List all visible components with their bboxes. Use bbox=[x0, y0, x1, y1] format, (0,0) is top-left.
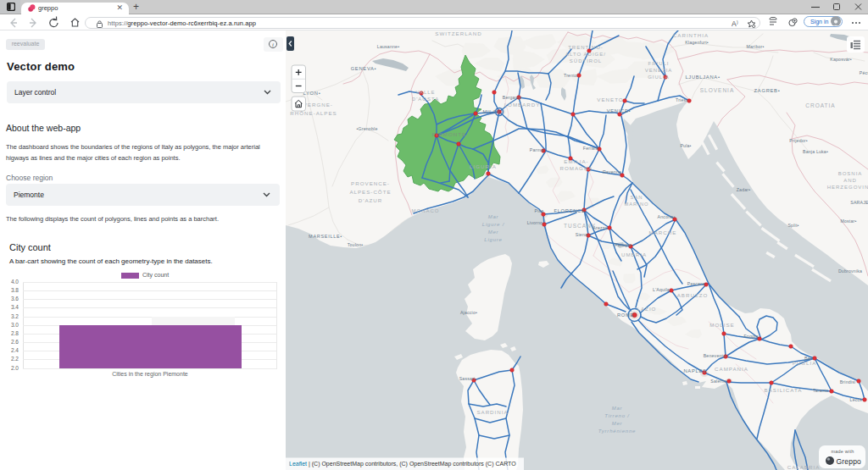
svg-text:Bari: Bari bbox=[804, 356, 813, 361]
svg-text:ALPES-CÔTE: ALPES-CÔTE bbox=[349, 189, 391, 195]
svg-text:VALLE: VALLE bbox=[415, 90, 435, 95]
svg-text:Ligure: Ligure bbox=[484, 237, 502, 242]
svg-text:Tirreno /: Tirreno / bbox=[604, 413, 630, 418]
svg-text:FRIULI: FRIULI bbox=[648, 61, 669, 66]
svg-text:Pescara: Pescara bbox=[687, 281, 704, 286]
svg-text:Mar: Mar bbox=[612, 406, 623, 411]
svg-text:CAMPANIA: CAMPANIA bbox=[715, 366, 748, 372]
svg-text:Maribor•: Maribor• bbox=[747, 44, 765, 49]
svg-text:ABRUZZO: ABRUZZO bbox=[677, 292, 709, 298]
svg-text:Parma: Parma bbox=[530, 147, 543, 152]
svg-text:Toulon•: Toulon• bbox=[348, 242, 364, 247]
svg-text:SÜDTIROL: SÜDTIROL bbox=[570, 58, 602, 64]
svg-text:Ligure /: Ligure / bbox=[482, 222, 505, 227]
svg-text:ALTO ADIGE/: ALTO ADIGE/ bbox=[565, 52, 606, 57]
svg-text:MARSEILLE•: MARSEILLE• bbox=[309, 234, 342, 239]
svg-text:Benevento: Benevento bbox=[704, 353, 726, 358]
svg-text:SARAJE: SARAJE bbox=[850, 200, 868, 205]
svg-text:Greppo: Greppo bbox=[837, 457, 862, 466]
svg-text:Mostar•: Mostar• bbox=[840, 218, 856, 224]
svg-text:Mer: Mer bbox=[488, 229, 499, 235]
svg-text:Perugia: Perugia bbox=[615, 242, 631, 247]
svg-text:ZAGREB•: ZAGREB• bbox=[754, 88, 781, 93]
svg-text:PUGLIA: PUGLIA bbox=[793, 360, 817, 366]
svg-text:CROATIA: CROATIA bbox=[805, 102, 835, 108]
svg-text:BASILICATA: BASILICATA bbox=[765, 387, 803, 393]
svg-text:Ravenna: Ravenna bbox=[603, 169, 621, 174]
svg-text:BOSNIA: BOSNIA bbox=[838, 171, 863, 176]
svg-text:Ancona•: Ancona• bbox=[658, 214, 676, 219]
svg-text:Kaposvár•: Kaposvár• bbox=[830, 57, 852, 62]
svg-text:MILAN: MILAN bbox=[482, 109, 500, 114]
svg-text:MONACO: MONACO bbox=[412, 208, 440, 213]
svg-text:Split•: Split• bbox=[787, 223, 798, 228]
svg-text:Mer: Mer bbox=[612, 421, 623, 426]
svg-text:CALABRIA: CALABRIA bbox=[787, 464, 821, 470]
svg-text:Klagenfurt•: Klagenfurt• bbox=[685, 40, 709, 45]
svg-text:Livorno: Livorno bbox=[527, 220, 542, 225]
svg-text:L'Aquila: L'Aquila bbox=[653, 287, 670, 292]
svg-text:Arezzo: Arezzo bbox=[593, 225, 607, 230]
svg-text:VENEZIA: VENEZIA bbox=[645, 68, 673, 73]
svg-text:Trento: Trento bbox=[564, 73, 577, 78]
svg-text:Pécs: Pécs bbox=[860, 70, 868, 75]
svg-text:Mar: Mar bbox=[488, 214, 499, 219]
svg-text:ROMAGNA: ROMAGNA bbox=[560, 165, 593, 171]
svg-text:TRENTINO-: TRENTINO- bbox=[568, 45, 604, 50]
svg-text:MARINO: MARINO bbox=[624, 202, 648, 207]
svg-text:GENEVA•: GENEVA• bbox=[351, 66, 377, 71]
svg-text:SLOVENIA: SLOVENIA bbox=[700, 87, 735, 93]
svg-text:AND: AND bbox=[843, 178, 857, 183]
svg-text:MARCHE: MARCHE bbox=[649, 229, 677, 235]
svg-text:GIULIA: GIULIA bbox=[648, 75, 670, 80]
svg-text:Triest: Triest bbox=[676, 97, 687, 102]
svg-text:MOLISE: MOLISE bbox=[709, 322, 734, 328]
svg-text:Sassari: Sassari bbox=[459, 376, 476, 381]
svg-text:EMILIA-: EMILIA- bbox=[564, 158, 588, 164]
svg-text:VENICE•: VENICE• bbox=[607, 108, 632, 113]
svg-text:Prijedor•: Prijedor• bbox=[789, 138, 808, 143]
svg-text:LIGURIA: LIGURIA bbox=[470, 163, 497, 169]
svg-text:SARDINIA: SARDINIA bbox=[476, 409, 508, 415]
svg-text:Pisa: Pisa bbox=[535, 208, 544, 213]
svg-text:LOMBARDY: LOMBARDY bbox=[504, 102, 541, 108]
svg-text:Foggia: Foggia bbox=[743, 334, 758, 339]
svg-text:PROVENCE-: PROVENCE- bbox=[351, 180, 390, 186]
svg-text:ROME: ROME bbox=[617, 312, 634, 318]
svg-text:Siena: Siena bbox=[576, 232, 587, 237]
svg-text:Brindisi: Brindisi bbox=[840, 379, 856, 384]
svg-text:Salerno: Salerno bbox=[710, 379, 726, 384]
svg-text:Lausanne•: Lausanne• bbox=[377, 44, 399, 49]
svg-text:made with: made with bbox=[832, 449, 854, 454]
svg-text:Ferrara: Ferrara bbox=[583, 146, 598, 151]
svg-text:Pula•: Pula• bbox=[680, 143, 691, 148]
svg-text:SAN: SAN bbox=[631, 195, 643, 200]
svg-text:UMBRIA: UMBRIA bbox=[621, 252, 647, 257]
svg-text:SWITZERLAND: SWITZERLAND bbox=[435, 30, 481, 36]
svg-text:Tyrrhénienne: Tyrrhénienne bbox=[598, 429, 637, 434]
svg-text:CARINTHIA: CARINTHIA bbox=[673, 32, 709, 38]
svg-text:Taranto: Taranto bbox=[813, 388, 829, 393]
svg-text:•Grenoble: •Grenoble bbox=[357, 126, 378, 131]
svg-text:Leaflet | (C) OpenStreetMap co: Leaflet | (C) OpenStreetMap contributors… bbox=[289, 461, 516, 467]
svg-text:HERZEGOVINA: HERZEGOVINA bbox=[827, 185, 868, 190]
svg-text:FLORENCE: FLORENCE bbox=[554, 208, 585, 213]
svg-text:LJUBLJANA•: LJUBLJANA• bbox=[685, 75, 720, 80]
svg-text:Lecce: Lecce bbox=[850, 397, 863, 402]
svg-text:D'AZUR: D'AZUR bbox=[359, 197, 383, 203]
svg-text:PIEMONTE: PIEMONTE bbox=[432, 131, 466, 137]
svg-text:): ) bbox=[737, 19, 738, 25]
svg-text:TUSCANY: TUSCANY bbox=[564, 223, 596, 229]
svg-text:LAZIO: LAZIO bbox=[637, 306, 657, 312]
svg-text:NAPLES: NAPLES bbox=[683, 368, 706, 373]
svg-text:Banja Luka•: Banja Luka• bbox=[803, 149, 828, 154]
svg-text:D'AOSTA: D'AOSTA bbox=[412, 97, 439, 102]
svg-text:Ajaccio•: Ajaccio• bbox=[460, 310, 477, 315]
svg-text:VENETO: VENETO bbox=[597, 97, 623, 102]
svg-text:Zadar•: Zadar• bbox=[737, 187, 751, 192]
svg-text:Dubrovnika: Dubrovnika bbox=[838, 268, 862, 274]
svg-text:Bergamo: Bergamo bbox=[503, 95, 521, 100]
